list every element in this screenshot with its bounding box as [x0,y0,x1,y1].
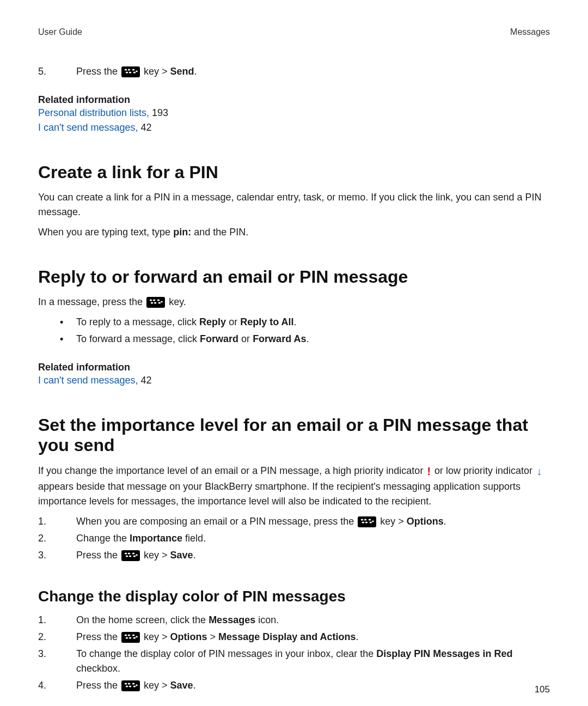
link-cant-send-messages[interactable]: I can't send messages, [38,375,138,386]
text: or low priority indicator [432,465,535,476]
text: If you change the importance level of an… [38,465,426,476]
text: icon. [255,614,279,625]
options-label: Options [170,631,207,642]
step-body: Press the key > Save. [76,548,550,563]
step-body: On the home screen, click the Messages i… [76,613,550,628]
reply-all-label: Reply to All [240,317,293,327]
step-2: 2. Change the Importance field. [38,531,550,546]
step-3: 3. Press the key > Save. [38,548,550,563]
svg-point-12 [158,302,161,304]
message-display-actions-label: Message Display and Actions [218,631,356,642]
step-number: 3. [38,548,54,563]
save-label: Save [170,680,193,691]
step-body: To change the display color of PIN messa… [76,647,550,676]
text: checkbox. [76,663,120,674]
save-label: Save [170,550,193,561]
svg-point-22 [128,553,131,555]
text: key > [144,680,170,691]
svg-point-2 [132,69,135,71]
svg-point-15 [364,519,367,521]
svg-point-39 [129,686,132,687]
text: key > [380,516,407,527]
svg-point-21 [125,553,127,555]
svg-point-18 [365,522,368,524]
step-body: Press the key > Options > Message Displa… [76,630,550,644]
bullet-icon: • [60,315,76,330]
blackberry-key-icon [121,680,140,691]
heading-reply-forward: Reply to or forward an email or PIN mess… [38,267,550,287]
step-1: 1. On the home screen, click the Message… [38,613,550,628]
svg-point-14 [361,519,364,521]
text: In a message, press the [38,296,145,307]
svg-point-41 [136,685,138,686]
page: User Guide Messages 5. Press the key > S… [0,0,588,706]
text: key > [144,631,170,642]
svg-point-7 [150,300,152,301]
display-pin-red-label: Display PIN Messages in Red [376,648,512,659]
text: Press the [76,680,120,691]
svg-point-30 [132,635,135,636]
heading-set-importance: Set the importance level for an email or… [38,415,550,455]
blackberry-key-icon [146,297,165,308]
svg-point-26 [133,556,136,557]
step-body: When you are composing an email or a PIN… [76,514,550,529]
step-5: 5. Press the key > Send. [38,64,550,79]
step-4: 4. Press the key > Save. [38,678,550,693]
link-cant-send-messages[interactable]: I can't send messages, [38,122,138,133]
svg-point-9 [157,300,160,301]
svg-point-3 [126,72,128,74]
step-body: Change the Importance field. [76,531,550,546]
text: When you are typing text, type [38,227,173,238]
text: > [207,631,219,642]
related-information-heading: Related information [38,94,550,106]
page-header: User Guide Messages [38,27,550,37]
related-link-line: I can't send messages, 42 [38,373,550,388]
heading-create-link-for-pin: Create a link for a PIN [38,162,550,182]
text: . [356,631,359,642]
text: To forward a message, click [76,333,200,344]
svg-point-40 [133,686,136,687]
step-number: 1. [38,514,54,529]
step-number: 1. [38,613,54,628]
page-number: 105 [535,684,550,695]
text: Press the [76,66,120,77]
step-body: Press the key > Send. [76,64,550,79]
svg-point-23 [132,553,135,555]
svg-point-1 [128,69,131,71]
svg-point-20 [372,521,374,522]
step-number: 2. [38,531,54,546]
related-link-line: Personal distribution lists, 193 [38,106,550,120]
text: . [444,516,446,527]
text: field. [182,533,206,544]
step-1: 1. When you are composing an email or a … [38,514,550,529]
low-priority-icon: ↓ [536,465,542,477]
blackberry-key-icon [358,516,376,527]
blackberry-key-icon [121,66,140,77]
step-number: 4. [38,678,54,693]
text: When you are composing an email or a PIN… [76,516,357,527]
text: . [194,66,197,77]
reply-label: Reply [199,317,226,327]
text: or [226,317,240,327]
options-label: Options [407,516,444,527]
step-number: 2. [38,630,54,644]
text: and the PIN. [191,227,248,238]
text: key > [144,66,170,77]
send-label: Send [170,66,194,77]
svg-point-8 [153,300,156,301]
svg-point-28 [125,635,127,636]
svg-point-36 [128,683,131,685]
text: To reply to a message, click [76,317,199,327]
step-number: 5. [38,64,54,79]
text: appears beside that message on your Blac… [38,481,520,507]
header-right: Messages [510,27,550,37]
bullet-forward: • To forward a message, click Forward or… [60,332,550,346]
bullet-icon: • [60,332,76,346]
link-personal-distribution-lists[interactable]: Personal distribution lists, [38,107,149,118]
paragraph: You can create a link for a PIN in a mes… [38,190,550,220]
svg-point-29 [128,635,131,636]
pin-keyword: pin: [173,227,191,238]
forward-label: Forward [200,333,238,344]
text: . [193,680,196,691]
messages-label: Messages [209,614,255,625]
